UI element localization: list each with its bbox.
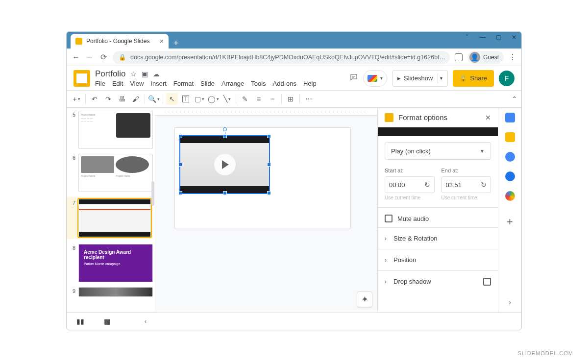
chevron-down-icon[interactable]: ▾ (440, 75, 442, 81)
slide-canvas-area[interactable]: ✦ (155, 108, 377, 312)
undo-button[interactable]: ↶ (89, 93, 100, 105)
browser-tab[interactable]: Portfolio - Google Slides × (71, 34, 169, 49)
slideshow-button[interactable]: ▸ Slideshow ▾ (392, 70, 448, 87)
maximize-icon[interactable]: ▢ (494, 34, 503, 41)
border-dash-button[interactable]: ┄ (267, 93, 278, 105)
collapse-toolbar-icon[interactable]: ⌃ (512, 95, 517, 103)
checkbox-icon[interactable] (483, 278, 491, 286)
menu-tools[interactable]: Tools (251, 80, 266, 87)
select-tool[interactable]: ↖ (166, 93, 178, 105)
move-folder-icon[interactable]: ▣ (142, 70, 148, 78)
profile-guest-button[interactable]: 👤 Guest (467, 51, 504, 64)
end-time-input[interactable]: 03:51 ↻ (441, 176, 491, 193)
resize-handle[interactable] (178, 163, 182, 167)
chevron-down-icon[interactable]: ˅ (463, 34, 471, 41)
menu-format[interactable]: Format (173, 80, 194, 87)
close-panel-icon[interactable]: ✕ (485, 114, 491, 121)
format-options-button[interactable]: ⊞ (285, 93, 296, 105)
slide-thumb-6[interactable]: 6 Project nameProject name (68, 154, 153, 192)
address-bar: ← → ⟳ 🔒 docs.google.com/presentation/d/1… (67, 49, 521, 66)
zoom-button[interactable]: 🔍 (148, 93, 160, 105)
calendar-icon[interactable] (505, 113, 515, 122)
resize-handle[interactable] (223, 134, 227, 138)
menu-addons[interactable]: Add-ons (273, 80, 296, 87)
star-icon[interactable]: ☆ (130, 70, 137, 78)
rotate-handle[interactable] (223, 127, 227, 131)
position-section[interactable]: › Position (378, 249, 498, 270)
reload-icon[interactable]: ↻ (424, 181, 430, 189)
image-tool[interactable]: ▢ (194, 93, 205, 105)
tasks-icon[interactable] (505, 152, 515, 162)
keep-icon[interactable] (505, 132, 515, 142)
reload-icon[interactable]: ↻ (481, 181, 487, 189)
border-color-button[interactable]: ✎ (239, 93, 251, 105)
tab-strip: Portfolio - Google Slides × + ˅ — ▢ ✕ (67, 32, 521, 49)
paint-format-button[interactable]: 🖌 (130, 93, 142, 105)
selected-video-object[interactable] (179, 135, 270, 194)
tab-title: Portfolio - Google Slides (86, 38, 149, 45)
contacts-icon[interactable] (505, 171, 515, 181)
menu-arrange[interactable]: Arrange (221, 80, 244, 87)
cloud-status-icon[interactable]: ☁ (153, 70, 160, 78)
start-time-input[interactable]: 00:00 ↻ (385, 176, 435, 193)
reload-button[interactable]: ⟳ (99, 52, 108, 62)
resize-handle[interactable] (267, 191, 271, 195)
resize-handle[interactable] (267, 163, 271, 167)
resize-handle[interactable] (223, 191, 227, 195)
maps-icon[interactable] (505, 191, 515, 201)
extensions-icon[interactable] (455, 53, 463, 61)
new-slide-button[interactable]: + (71, 93, 82, 105)
resize-handle[interactable] (267, 134, 271, 138)
border-weight-button[interactable]: ≡ (253, 93, 265, 105)
menu-insert[interactable]: Insert (150, 80, 167, 87)
use-current-start[interactable]: Use current time (385, 195, 435, 200)
resize-handle[interactable] (178, 134, 182, 138)
textbox-tool[interactable]: 🅃 (180, 93, 192, 105)
watermark: SLIDEMODEL.COM (517, 350, 573, 356)
more-tools-button[interactable]: ⋯ (303, 93, 315, 105)
meet-button[interactable]: ▾ (363, 70, 387, 87)
comments-icon[interactable] (349, 73, 358, 84)
redo-button[interactable]: ↷ (102, 93, 114, 105)
account-avatar[interactable]: F (499, 71, 514, 86)
collapse-rail-icon[interactable]: › (509, 298, 511, 306)
drop-shadow-section[interactable]: › Drop shadow (378, 270, 498, 292)
chevron-left-icon[interactable]: ‹ (145, 318, 147, 325)
grid-view-icon[interactable]: ▦ (104, 317, 110, 325)
menu-edit[interactable]: Edit (112, 80, 123, 87)
back-button[interactable]: ← (72, 53, 80, 62)
play-mode-dropdown[interactable]: Play (on click) ▼ (385, 142, 491, 160)
slides-logo-icon[interactable] (74, 70, 90, 87)
add-addon-icon[interactable]: + (507, 216, 513, 228)
menu-slide[interactable]: Slide (200, 80, 215, 87)
document-title[interactable]: Portfolio (95, 69, 125, 79)
print-button[interactable]: 🖶 (116, 93, 128, 105)
new-tab-button[interactable]: + (169, 38, 184, 49)
menu-file[interactable]: File (95, 80, 105, 87)
slide-thumb-5[interactable]: 5 Project name— — — —— — — — (68, 111, 153, 149)
url-field[interactable]: 🔒 docs.google.com/presentation/d/1KBPElo… (113, 51, 450, 64)
menu-view[interactable]: View (130, 80, 144, 87)
slide-thumb-8[interactable]: 8 Acme Design Award recipientParker Mont… (68, 244, 153, 282)
size-rotation-section[interactable]: › Size & Rotation (378, 227, 498, 249)
app-header: Portfolio ☆ ▣ ☁ File Edit View Insert Fo… (67, 66, 521, 87)
explore-button[interactable]: ✦ (357, 291, 372, 307)
close-tab-icon[interactable]: × (160, 37, 164, 45)
slide-thumb-9[interactable]: 9 (68, 287, 153, 297)
minimize-icon[interactable]: — (478, 34, 487, 41)
mute-audio-checkbox[interactable]: Mute audio (385, 215, 491, 222)
shape-tool[interactable]: ◯ (207, 93, 219, 105)
close-window-icon[interactable]: ✕ (510, 34, 518, 41)
thumbs-scrollbar[interactable] (151, 181, 154, 206)
resize-handle[interactable] (178, 191, 182, 195)
line-tool[interactable]: ╲ (221, 93, 233, 105)
video-play-icon[interactable] (214, 154, 236, 175)
filmstrip-view-icon[interactable]: ▮▮ (76, 317, 84, 325)
slide-thumb-7[interactable]: 7 (67, 197, 153, 239)
browser-menu-icon[interactable]: ⋮ (509, 52, 516, 62)
forward-button[interactable]: → (85, 53, 94, 62)
chevron-right-icon: › (385, 278, 387, 285)
share-button[interactable]: 🔒 Share (453, 70, 494, 87)
use-current-end[interactable]: Use current time (441, 195, 491, 200)
menu-help[interactable]: Help (303, 80, 317, 87)
